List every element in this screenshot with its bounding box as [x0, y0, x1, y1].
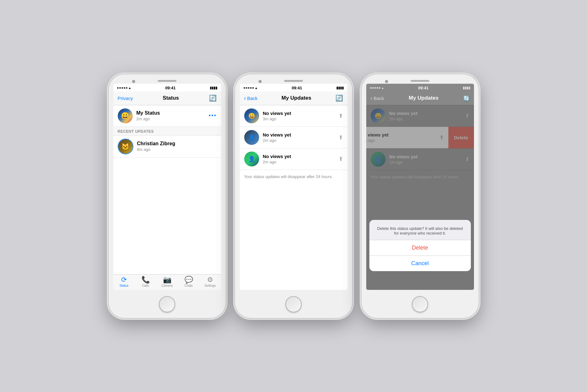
- update-title-1: No views yet: [263, 111, 338, 116]
- home-button-2[interactable]: [285, 296, 302, 312]
- my-status-row[interactable]: 😀 My Status 2m ago •••: [113, 105, 221, 127]
- tab-bar-1: ⟳ Status 📞 Calls 📷 Camera 💬 Chats ⚙ Sett…: [113, 274, 221, 290]
- tab-chats-label: Chats: [185, 284, 193, 287]
- share-icon-1[interactable]: ⬆: [338, 112, 343, 119]
- wifi-icon-1: ▲: [128, 86, 131, 90]
- nav-privacy-button[interactable]: Privacy: [118, 96, 133, 101]
- new-status-button-3[interactable]: 🔄: [463, 95, 470, 101]
- status-bar-3: ▲ 09:41 ▮▮▮▮: [366, 84, 474, 92]
- phone-1: ▲ 09:41 ▮▮▮▮ Privacy Status 🔄 😀: [109, 74, 226, 318]
- alert-delete-button[interactable]: Delete: [369, 240, 471, 256]
- signal-area-1: ▲: [117, 86, 131, 90]
- status-bar-1: ▲ 09:41 ▮▮▮▮: [113, 84, 221, 92]
- status-time-3: 09:41: [418, 86, 428, 90]
- update-avatar-3: 👤: [244, 151, 259, 166]
- screen-1: ▲ 09:41 ▮▮▮▮ Privacy Status 🔄 😀: [113, 84, 221, 290]
- speaker-2: [284, 80, 303, 82]
- back-arrow-3: ‹: [371, 95, 372, 102]
- my-status-avatar: 😀: [118, 108, 133, 123]
- status-tab-icon: ⟳: [121, 276, 127, 283]
- nav-title-1: Status: [163, 95, 179, 101]
- phone-bottom-3: [412, 293, 428, 318]
- nav-bar-2: ‹ Back My Updates 🔄: [240, 92, 348, 105]
- contact-name-zibreg: Christian Zibreg: [137, 141, 217, 146]
- disclaimer-2: Your status updates will disappear after…: [240, 170, 348, 183]
- content-3: 😀 No views yet 2m ago ⬆ 👤 o views yet m …: [366, 105, 474, 290]
- update-avatar-2: 👤: [244, 130, 259, 145]
- chats-tab-icon: 💬: [185, 276, 193, 283]
- nav-bar-3: ‹ Back My Updates 🔄: [366, 92, 474, 105]
- status-time-2: 09:41: [292, 86, 302, 90]
- screen-3: ▲ 09:41 ▮▮▮▮ ‹ Back My Updates 🔄 😀: [366, 84, 474, 290]
- camera-lens-2: [259, 80, 262, 83]
- wifi-icon-3: ▲: [381, 86, 384, 90]
- phone-top-1: [109, 74, 226, 84]
- screen-2: ▲ 09:41 ▮▮▮▮ ‹ Back My Updates 🔄 😀: [240, 84, 348, 290]
- status-bar-2: ▲ 09:41 ▮▮▮▮: [240, 84, 348, 92]
- share-icon-2[interactable]: ⬆: [338, 134, 343, 141]
- contact-time-zibreg: 8m ago: [137, 147, 217, 152]
- update-time-2: 2m ago: [263, 138, 338, 143]
- battery-icon-1: ▮▮▮▮: [210, 86, 217, 90]
- new-status-button-2[interactable]: 🔄: [335, 94, 343, 102]
- battery-area-1: ▮▮▮▮: [210, 86, 217, 90]
- update-text-3: No views yet 2m ago: [263, 154, 338, 164]
- settings-tab-icon: ⚙: [207, 276, 213, 283]
- tab-chats[interactable]: 💬 Chats: [179, 276, 198, 287]
- new-status-button-1[interactable]: 🔄: [209, 94, 217, 102]
- tab-camera[interactable]: 📷 Camera: [158, 276, 176, 287]
- phone-bottom-2: [285, 293, 302, 318]
- back-button-3[interactable]: ‹ Back: [371, 95, 384, 102]
- contact-row-zibreg[interactable]: 🐱 Christian Zibreg 8m ago: [113, 136, 221, 158]
- camera-tab-icon: 📷: [163, 276, 171, 283]
- update-text-1: No views yet 3m ago: [263, 111, 338, 121]
- back-button-2[interactable]: ‹ Back: [244, 95, 258, 102]
- tab-camera-label: Camera: [161, 284, 173, 287]
- alert-message: Delete this status update? It will also …: [369, 220, 471, 240]
- status-time-1: 09:41: [165, 86, 175, 90]
- back-label-2: Back: [247, 96, 258, 101]
- speaker-1: [158, 80, 176, 82]
- tab-status-label: Status: [120, 284, 128, 287]
- nav-left-label-1: Privacy: [118, 96, 133, 101]
- content-1: 😀 My Status 2m ago ••• RECENT UPDATES 🐱 …: [113, 105, 221, 274]
- battery-icon-2: ▮▮▮▮: [336, 86, 344, 90]
- update-avatar-1: 😀: [244, 108, 259, 123]
- camera-lens-3: [385, 80, 388, 83]
- update-row-2[interactable]: 👤 No views yet 2m ago ⬆: [240, 127, 348, 148]
- speaker-3: [411, 80, 429, 82]
- calls-tab-icon: 📞: [141, 276, 150, 283]
- contact-avatar-zibreg: 🐱: [118, 139, 133, 154]
- update-title-2: No views yet: [263, 132, 338, 137]
- nav-title-3: My Updates: [409, 95, 438, 101]
- tab-calls[interactable]: 📞 Calls: [136, 276, 155, 287]
- back-arrow-2: ‹: [244, 95, 246, 102]
- delete-alert-dialog: Delete this status update? It will also …: [369, 220, 471, 271]
- signal-dots-1: [117, 87, 127, 89]
- alert-cancel-button[interactable]: Cancel: [369, 256, 471, 271]
- tab-settings[interactable]: ⚙ Settings: [201, 276, 220, 287]
- battery-icon-3: ▮▮▮▮: [463, 86, 470, 90]
- my-status-text: My Status 2m ago: [136, 110, 209, 121]
- tab-status[interactable]: ⟳ Status: [115, 276, 133, 287]
- my-status-time: 2m ago: [136, 117, 209, 121]
- back-label-3: Back: [374, 96, 384, 101]
- tab-settings-label: Settings: [205, 284, 216, 287]
- home-button-1[interactable]: [159, 296, 175, 312]
- update-row-3[interactable]: 👤 No views yet 2m ago ⬆: [240, 148, 348, 170]
- phone-top-3: [362, 74, 479, 84]
- update-time-3: 2m ago: [263, 160, 338, 164]
- wifi-icon-2: ▲: [255, 86, 258, 90]
- update-time-1: 3m ago: [263, 117, 338, 121]
- update-row-1[interactable]: 😀 No views yet 3m ago ⬆: [240, 105, 348, 127]
- recent-updates-header: RECENT UPDATES: [113, 127, 221, 136]
- phone-2: ▲ 09:41 ▮▮▮▮ ‹ Back My Updates 🔄 😀: [235, 74, 352, 318]
- new-status-icon-1: 🔄: [209, 95, 217, 102]
- more-options-button[interactable]: •••: [209, 112, 217, 119]
- share-icon-3[interactable]: ⬆: [338, 156, 343, 162]
- nav-title-2: My Updates: [281, 95, 311, 101]
- phone-bottom-1: [159, 293, 175, 318]
- update-text-2: No views yet 2m ago: [263, 132, 338, 143]
- camera-lens-1: [132, 80, 135, 83]
- home-button-3[interactable]: [412, 296, 428, 312]
